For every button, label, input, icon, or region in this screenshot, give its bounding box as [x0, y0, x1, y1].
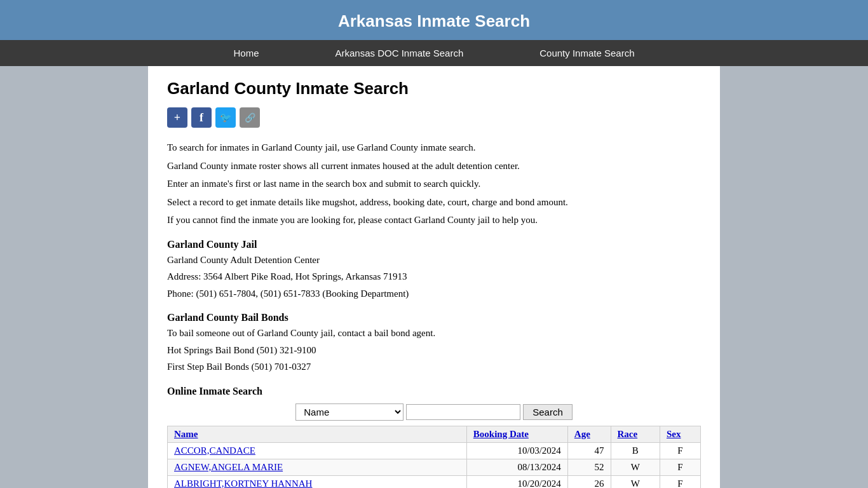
col-race-link[interactable]: Race	[618, 429, 638, 439]
desc-line-4: Select a record to get inmate details li…	[167, 195, 701, 210]
desc-line-1: To search for inmates in Garland County …	[167, 140, 701, 155]
inmate-sex: F	[660, 475, 700, 488]
bail-info: To bail someone out of Garland County ja…	[167, 326, 701, 374]
table-header-row: Name Booking Date Age Race Sex	[168, 426, 701, 442]
jail-line-1: Garland County Adult Detention Center	[167, 253, 701, 268]
site-title: Arkansas Inmate Search	[0, 11, 868, 31]
site-header: Arkansas Inmate Search	[0, 0, 868, 40]
inmate-table: Name Booking Date Age Race Sex ACCOR,CAN…	[167, 426, 701, 489]
inmate-booking-date: 10/03/2024	[466, 442, 567, 459]
table-row[interactable]: AGNEW,ANGELA MARIE08/13/202452WF	[168, 459, 701, 475]
nav-doc-search[interactable]: Arkansas DOC Inmate Search	[297, 40, 502, 66]
nav-county-search[interactable]: County Inmate Search	[501, 40, 672, 66]
nav-home[interactable]: Home	[195, 40, 297, 66]
col-race: Race	[611, 426, 660, 442]
online-search-section: Online Inmate Search Name Booking Date R…	[167, 386, 701, 489]
inmate-name-link[interactable]: ALBRIGHT,KORTNEY HANNAH	[174, 478, 312, 489]
jail-title: Garland County Jail	[167, 239, 701, 250]
inmate-sex: F	[660, 459, 700, 475]
bail-title: Garland County Bail Bonds	[167, 312, 701, 323]
col-sex: Sex	[660, 426, 700, 442]
inmate-race: W	[611, 475, 660, 488]
bail-line-2: Hot Springs Bail Bond (501) 321-9100	[167, 343, 701, 358]
table-row[interactable]: ALBRIGHT,KORTNEY HANNAH10/20/202426WF	[168, 475, 701, 488]
search-bar: Name Booking Date Race Sex Search	[167, 403, 701, 421]
share-icon[interactable]: +	[167, 107, 187, 128]
inmate-booking-date: 10/20/2024	[466, 475, 567, 488]
col-name-link[interactable]: Name	[174, 429, 198, 439]
desc-line-5: If you cannot find the inmate you are lo…	[167, 213, 701, 227]
main-content: Garland County Inmate Search + f 🐦 🔗 To …	[148, 66, 720, 488]
facebook-icon[interactable]: f	[191, 107, 212, 128]
inmate-name-link[interactable]: AGNEW,ANGELA MARIE	[174, 462, 283, 472]
search-input[interactable]	[406, 404, 520, 420]
desc-line-3: Enter an inmate's first or last name in …	[167, 177, 701, 191]
desc-line-2: Garland County inmate roster shows all c…	[167, 159, 701, 173]
col-booking-date: Booking Date	[466, 426, 567, 442]
col-age-link[interactable]: Age	[574, 429, 590, 439]
inmate-age: 52	[567, 459, 611, 475]
inmate-booking-date: 08/13/2024	[466, 459, 567, 475]
copy-link-icon[interactable]: 🔗	[240, 107, 260, 128]
inmate-age: 26	[567, 475, 611, 488]
col-name: Name	[168, 426, 467, 442]
search-button[interactable]: Search	[523, 404, 573, 420]
bail-line-3: First Step Bail Bonds (501) 701-0327	[167, 360, 701, 374]
search-section-title: Online Inmate Search	[167, 386, 701, 397]
search-dropdown[interactable]: Name Booking Date Race Sex	[295, 403, 403, 421]
col-age: Age	[567, 426, 611, 442]
bail-line-1: To bail someone out of Garland County ja…	[167, 326, 701, 341]
twitter-icon[interactable]: 🐦	[215, 107, 236, 128]
social-share-bar: + f 🐦 🔗	[167, 107, 701, 128]
inmate-name-link[interactable]: ACCOR,CANDACE	[174, 445, 255, 456]
main-nav: Home Arkansas DOC Inmate Search County I…	[0, 40, 868, 66]
jail-info: Garland County Adult Detention Center Ad…	[167, 253, 701, 301]
inmate-age: 47	[567, 442, 611, 459]
inmate-race: B	[611, 442, 660, 459]
jail-line-2: Address: 3564 Albert Pike Road, Hot Spri…	[167, 269, 701, 284]
page-title: Garland County Inmate Search	[167, 79, 701, 98]
jail-line-3: Phone: (501) 651-7804, (501) 651-7833 (B…	[167, 287, 701, 301]
col-booking-date-link[interactable]: Booking Date	[473, 429, 529, 439]
inmate-race: W	[611, 459, 660, 475]
col-sex-link[interactable]: Sex	[667, 429, 681, 439]
inmate-sex: F	[660, 442, 700, 459]
description-block: To search for inmates in Garland County …	[167, 140, 701, 227]
table-row[interactable]: ACCOR,CANDACE10/03/202447BF	[168, 442, 701, 459]
